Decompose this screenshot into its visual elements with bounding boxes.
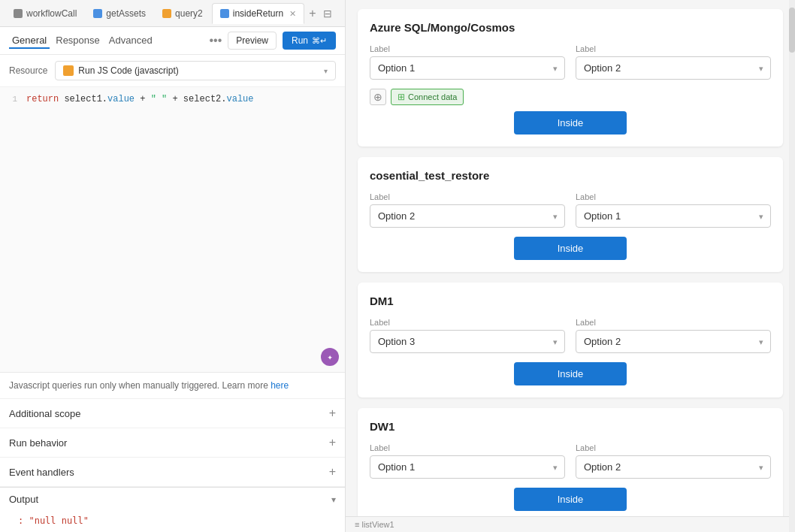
tab-getassets[interactable]: getAssets [86, 3, 153, 24]
tab-close-icon[interactable]: ✕ [289, 9, 296, 19]
tab-workflowcall[interactable]: workflowCall [6, 3, 84, 24]
inside-icon [220, 9, 229, 18]
dw1-left-select-wrapper: Option 1 Option 2 Option 3 [370, 455, 565, 479]
dw1-right-select-wrapper: Option 1 Option 2 Option 3 [576, 455, 771, 479]
bottom-status: ≡ listView1 [346, 516, 795, 532]
run-button[interactable]: Run ⌘↵ [283, 32, 336, 50]
tab-insidereturn[interactable]: insideReturn ✕ [212, 3, 304, 24]
resource-row: Resource Run JS Code (javascript) ▾ [0, 55, 345, 87]
section-cosential: cosential_test_restore Label Option 1 Op… [358, 157, 783, 272]
preview-button[interactable]: Preview [228, 32, 277, 50]
cosential-left-group: Label Option 1 Option 2 Option 3 [370, 192, 565, 228]
azure-left-select[interactable]: Option 1 Option 2 Option 3 [370, 56, 565, 80]
code-editor[interactable]: 1 return select1.value + " " + select2.v… [0, 87, 345, 373]
minimize-button[interactable]: ⊟ [320, 8, 335, 20]
dm1-right-select-wrapper: Option 1 Option 2 Option 3 [576, 330, 771, 353]
run-icon: ⌘↵ [312, 36, 327, 46]
azure-right-select[interactable]: Option 1 Option 2 Option 3 [576, 56, 771, 80]
sections-container: Azure SQL/Mongo/Cosmos Label Option 1 Op… [346, 0, 795, 516]
left-panel: workflowCall getAssets query2 insideRetu… [0, 0, 346, 532]
tab-response[interactable]: Response [53, 33, 103, 49]
dm1-right-select[interactable]: Option 1 Option 2 Option 3 [576, 330, 771, 353]
add-tab-button[interactable]: + [306, 7, 319, 20]
cosential-form-row: Label Option 1 Option 2 Option 3 Label O… [370, 192, 771, 228]
dm1-form-row: Label Option 1 Option 2 Option 3 Label O… [370, 318, 771, 353]
scrollbar-track[interactable] [789, 0, 795, 532]
expand-icon: + [329, 436, 336, 449]
query-icon [162, 9, 171, 18]
output-body: : "null null" [0, 511, 345, 532]
output-chevron-icon: ▾ [331, 494, 336, 505]
azure-form-row: Label Option 1 Option 2 Option 3 Label O… [370, 44, 771, 80]
tab-general[interactable]: General [9, 33, 50, 49]
cosential-inside-button[interactable]: Inside [514, 237, 627, 260]
cosential-right-select[interactable]: Option 1 Option 2 Option 3 [576, 204, 771, 228]
azure-right-select-wrapper: Option 1 Option 2 Option 3 [576, 56, 771, 80]
cosential-left-select[interactable]: Option 1 Option 2 Option 3 [370, 204, 565, 228]
cosential-right-select-wrapper: Option 1 Option 2 Option 3 [576, 204, 771, 228]
tab-advanced[interactable]: Advanced [106, 33, 156, 49]
dw1-left-group: Label Option 1 Option 2 Option 3 [370, 443, 565, 479]
dw1-left-select[interactable]: Option 1 Option 2 Option 3 [370, 455, 565, 479]
resource-chevron-icon: ▾ [324, 67, 328, 75]
learn-more-link[interactable]: here [271, 380, 289, 391]
toolbar-tabs: General Response Advanced [9, 33, 203, 49]
code-line-1: 1 return select1.value + " " + select2.v… [0, 93, 345, 105]
expand-icon: + [329, 465, 336, 479]
output-toggle[interactable]: Output ▾ [0, 488, 345, 511]
toolbar: General Response Advanced ••• Preview Ru… [0, 27, 345, 55]
dw1-right-select[interactable]: Option 1 Option 2 Option 3 [576, 455, 771, 479]
section-dm1: DM1 Label Option 1 Option 2 Option 3 Lab… [358, 283, 783, 397]
azure-label-row: ⊕ ⊞ Connect data [370, 89, 771, 105]
dw1-inside-button[interactable]: Inside [514, 488, 627, 511]
dm1-left-select-wrapper: Option 1 Option 2 Option 3 [370, 330, 565, 353]
dm1-right-group: Label Option 1 Option 2 Option 3 [576, 318, 771, 353]
azure-left-select-wrapper: Option 1 Option 2 Option 3 [370, 56, 565, 80]
accordion-event-handlers[interactable]: Event handlers + [0, 458, 345, 487]
accordion-run-behavior[interactable]: Run behavior + [0, 428, 345, 458]
connect-data-button[interactable]: ⊞ Connect data [391, 89, 464, 105]
toolbar-actions: ••• Preview Run ⌘↵ [209, 32, 336, 50]
section-azure: Azure SQL/Mongo/Cosmos Label Option 1 Op… [358, 9, 783, 147]
section-dw1: DW1 Label Option 1 Option 2 Option 3 Lab… [358, 408, 783, 516]
get-icon [93, 9, 102, 18]
cosential-right-group: Label Option 1 Option 2 Option 3 [576, 192, 771, 228]
connect-icon: ⊞ [398, 92, 405, 102]
accordion-additional-scope[interactable]: Additional scope + [0, 399, 345, 428]
resource-select[interactable]: Run JS Code (javascript) ▾ [55, 61, 336, 80]
js-icon [63, 65, 74, 76]
azure-left-group: Label Option 1 Option 2 Option 3 [370, 44, 565, 80]
cosential-left-select-wrapper: Option 1 Option 2 Option 3 [370, 204, 565, 228]
dw1-right-group: Label Option 1 Option 2 Option 3 [576, 443, 771, 479]
dm1-left-select[interactable]: Option 1 Option 2 Option 3 [370, 330, 565, 353]
ai-assist-icon[interactable]: ✦ [321, 348, 339, 366]
dm1-left-group: Label Option 1 Option 2 Option 3 [370, 318, 565, 353]
move-handle[interactable]: ⊕ [370, 89, 386, 105]
info-text: Javascript queries run only when manuall… [0, 373, 345, 399]
tab-query2[interactable]: query2 [155, 3, 210, 24]
tab-bar: workflowCall getAssets query2 insideRetu… [0, 0, 345, 27]
dw1-form-row: Label Option 1 Option 2 Option 3 Label O… [370, 443, 771, 479]
expand-icon: + [329, 407, 336, 420]
scrollbar-thumb[interactable] [789, 8, 795, 53]
output-section: Output ▾ : "null null" [0, 487, 345, 532]
dm1-inside-button[interactable]: Inside [514, 362, 627, 385]
workflow-icon [14, 9, 23, 18]
azure-inside-button[interactable]: Inside [514, 111, 627, 135]
more-options-button[interactable]: ••• [209, 34, 222, 47]
azure-right-group: Label Option 1 Option 2 Option 3 [576, 44, 771, 80]
right-panel: Azure SQL/Mongo/Cosmos Label Option 1 Op… [346, 0, 795, 532]
